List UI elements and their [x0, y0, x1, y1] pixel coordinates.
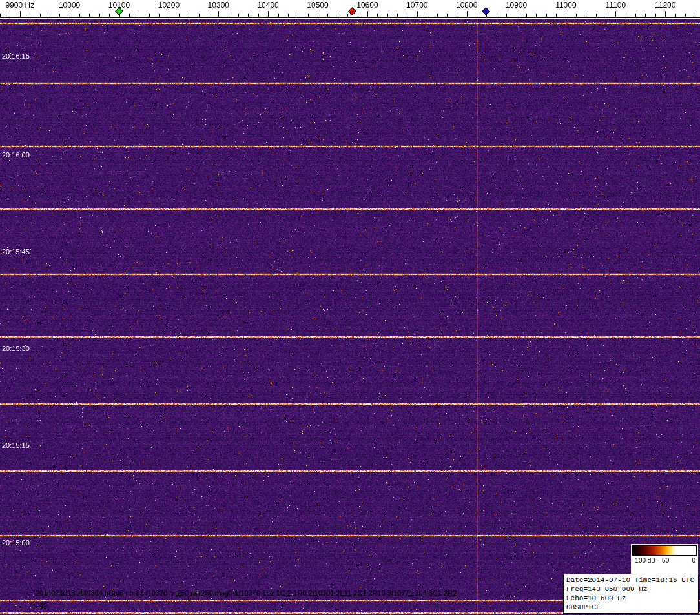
ruler-minor-tick	[377, 14, 378, 17]
spectrogram-canvas[interactable]	[0, 19, 700, 615]
info-date-line: Date=2014-07-10 Time=18:16 UTC	[566, 576, 695, 585]
freq-label-10800: 10800	[456, 1, 477, 10]
ruler-minor-tick	[546, 14, 547, 17]
ruler-major-tick	[218, 11, 219, 17]
ruler-minor-tick	[129, 14, 130, 17]
ruler-minor-tick	[308, 14, 309, 17]
ruler-minor-tick	[606, 14, 606, 17]
ruler-minor-tick	[358, 14, 358, 17]
ruler-minor-tick	[497, 14, 497, 17]
info-echo-line: Echo=10 600 Hz	[566, 594, 695, 603]
ruler-minor-tick	[248, 14, 249, 17]
ruler-minor-tick	[596, 14, 597, 17]
freq-label-10300: 10300	[208, 1, 229, 10]
ruler-major-tick	[20, 11, 21, 17]
ruler-major-tick	[566, 11, 566, 17]
freq-label-11000: 11000	[555, 1, 576, 10]
ruler-minor-tick	[59, 14, 60, 17]
ruler-minor-tick	[655, 14, 656, 17]
ruler-minor-tick	[229, 14, 229, 17]
freq-label-10400: 10400	[257, 1, 278, 10]
ruler-minor-tick	[159, 14, 160, 17]
ruler-minor-tick	[427, 14, 427, 17]
ruler-minor-tick	[626, 14, 626, 17]
ruler-major-tick	[70, 11, 70, 17]
ruler-minor-tick	[586, 14, 586, 17]
ruler-minor-tick	[447, 14, 448, 17]
ruler-minor-tick	[477, 14, 477, 17]
ruler-major-tick	[417, 11, 418, 17]
marker-red-diamond[interactable]	[348, 7, 356, 15]
colorbar-labels: -100 dB -50 0	[632, 557, 697, 565]
ruler-minor-tick	[209, 14, 209, 17]
ruler-minor-tick	[387, 14, 388, 17]
ruler-minor-tick	[685, 14, 686, 17]
ruler-minor-tick	[347, 14, 348, 17]
colorbar-label-max: 0	[692, 557, 695, 564]
ruler-minor-tick	[109, 14, 110, 17]
ruler-minor-tick	[40, 14, 41, 17]
freq-label-10600: 10600	[356, 1, 378, 10]
ruler-major-tick	[517, 11, 517, 17]
freq-label-10000: 10000	[59, 1, 80, 10]
freq-label-10900: 10900	[506, 1, 527, 10]
colorbar: -100 dB -50 0	[631, 544, 698, 574]
info-freq-line: Freq=143 050 000 Hz	[566, 585, 695, 594]
colorbar-label-mid: -50	[660, 557, 669, 564]
ruler-minor-tick	[556, 14, 557, 17]
ruler-minor-tick	[89, 14, 90, 17]
ruler-minor-tick	[278, 14, 279, 17]
ruler-minor-tick	[50, 14, 50, 17]
ruler-minor-tick	[189, 14, 189, 17]
frequency-ruler: 9900 Hz100001010010200103001040010500106…	[0, 0, 700, 19]
freq-label-10200: 10200	[158, 1, 180, 10]
ruler-major-tick	[615, 11, 616, 17]
ruler-minor-tick	[635, 14, 636, 17]
marker-blue-diamond[interactable]	[482, 7, 491, 15]
freq-label-10500: 10500	[307, 1, 328, 10]
ruler-major-tick	[665, 11, 666, 17]
info-station-line: OBSUPICE	[566, 603, 695, 612]
ruler-minor-tick	[397, 14, 398, 17]
ruler-minor-tick	[238, 14, 239, 17]
ruler-minor-tick	[457, 14, 457, 17]
freq-label-9900: 9900 Hz	[5, 1, 34, 10]
ruler-minor-tick	[327, 14, 328, 17]
ruler-minor-tick	[79, 14, 80, 17]
ruler-minor-tick	[0, 14, 1, 17]
ruler-minor-tick	[30, 14, 30, 17]
ruler-minor-tick	[338, 14, 338, 17]
ruler-minor-tick	[258, 14, 259, 17]
freq-label-10700: 10700	[406, 1, 427, 10]
detection-log-text: 20140710181449864 hCnt6 nb-83 f10370 hit…	[36, 589, 457, 597]
freq-label-11100: 11100	[606, 1, 626, 10]
ruler-major-tick	[268, 11, 269, 17]
ruler-minor-tick	[298, 14, 298, 17]
ruler-minor-tick	[139, 14, 139, 17]
ruler-minor-tick	[645, 14, 646, 17]
ruler-minor-tick	[526, 14, 527, 17]
ruler-minor-tick	[288, 14, 289, 17]
ruler-major-tick	[169, 11, 169, 17]
ruler-major-tick	[318, 11, 318, 17]
freq-label-11200: 11200	[655, 1, 675, 10]
ruler-minor-tick	[576, 14, 577, 17]
ruler-minor-tick	[437, 14, 438, 17]
cursor-offset-text: ^t+49	[30, 602, 47, 610]
colorbar-label-min: -100 dB	[633, 557, 655, 564]
ruler-minor-tick	[199, 14, 200, 17]
ruler-minor-tick	[506, 14, 507, 17]
ruler-minor-tick	[536, 14, 537, 17]
ruler-major-tick	[467, 11, 468, 17]
ruler-minor-tick	[179, 14, 180, 17]
info-box: Date=2014-07-10 Time=18:16 UTC Freq=143 …	[563, 574, 699, 614]
ruler-minor-tick	[99, 14, 100, 17]
meteor-spectrogram-app: 9900 Hz100001010010200103001040010500106…	[0, 0, 700, 615]
ruler-minor-tick	[407, 14, 407, 17]
ruler-minor-tick	[149, 14, 150, 17]
colorbar-gradient	[632, 545, 697, 556]
ruler-minor-tick	[695, 14, 695, 17]
ruler-baseline	[0, 17, 700, 18]
ruler-major-tick	[367, 11, 368, 17]
ruler-minor-tick	[675, 14, 676, 17]
